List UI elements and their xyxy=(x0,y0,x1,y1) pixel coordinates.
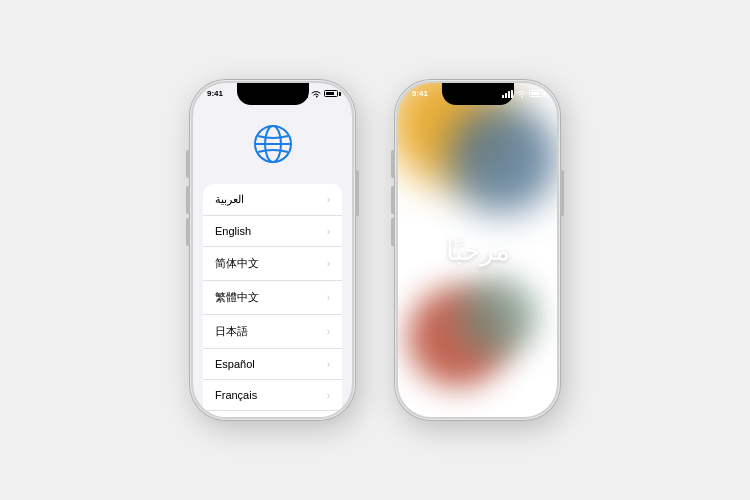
language-list-item[interactable]: 简体中文› xyxy=(203,247,342,281)
welcome-screen: 9:41 xyxy=(398,83,557,417)
language-list-item[interactable]: English› xyxy=(203,216,342,247)
time-2: 9:41 xyxy=(412,89,428,98)
globe-icon xyxy=(251,122,295,166)
language-list-item[interactable]: Français› xyxy=(203,380,342,411)
phone-1: 9:41 xyxy=(190,80,355,420)
language-label: 简体中文 xyxy=(215,256,259,271)
language-screen: 9:41 xyxy=(193,83,352,417)
status-bar-2-wrapper: 9:41 xyxy=(398,83,557,100)
phone-2-screen: 9:41 xyxy=(398,83,557,417)
language-list: العربية›English›简体中文›繁體中文›日本語›Español›Fr… xyxy=(203,184,342,417)
notch-1 xyxy=(237,83,309,105)
language-label: 日本語 xyxy=(215,324,248,339)
language-chevron-icon: › xyxy=(327,359,330,370)
color-blob-green xyxy=(457,277,537,357)
language-chevron-icon: › xyxy=(327,258,330,269)
phone-2: 9:41 xyxy=(395,80,560,420)
language-label: العربية xyxy=(215,193,244,206)
language-label: 繁體中文 xyxy=(215,290,259,305)
language-list-item[interactable]: Deutsch› xyxy=(203,411,342,417)
status-icons-2 xyxy=(502,90,543,98)
language-chevron-icon: › xyxy=(327,390,330,401)
language-list-item[interactable]: 日本語› xyxy=(203,315,342,349)
language-label: Español xyxy=(215,358,255,370)
battery-icon-2 xyxy=(529,90,543,97)
time-1: 9:41 xyxy=(207,89,223,98)
color-blob-blue xyxy=(447,103,557,213)
language-chevron-icon: › xyxy=(327,194,330,205)
language-list-item[interactable]: Español› xyxy=(203,349,342,380)
language-label: English xyxy=(215,225,251,237)
wifi-icon xyxy=(311,90,321,98)
battery-icon xyxy=(324,90,338,97)
language-list-item[interactable]: 繁體中文› xyxy=(203,281,342,315)
globe-container xyxy=(193,100,352,184)
language-chevron-icon: › xyxy=(327,292,330,303)
signal-icon-2 xyxy=(502,90,513,98)
language-label: Français xyxy=(215,389,257,401)
status-bar-2: 9:41 xyxy=(398,83,557,100)
phone-1-screen: 9:41 xyxy=(193,83,352,417)
language-chevron-icon: › xyxy=(327,326,330,337)
language-list-item[interactable]: العربية› xyxy=(203,184,342,216)
wifi-icon-2 xyxy=(516,90,526,98)
language-chevron-icon: › xyxy=(327,226,330,237)
welcome-arabic-text: مرحبًا xyxy=(446,234,510,267)
